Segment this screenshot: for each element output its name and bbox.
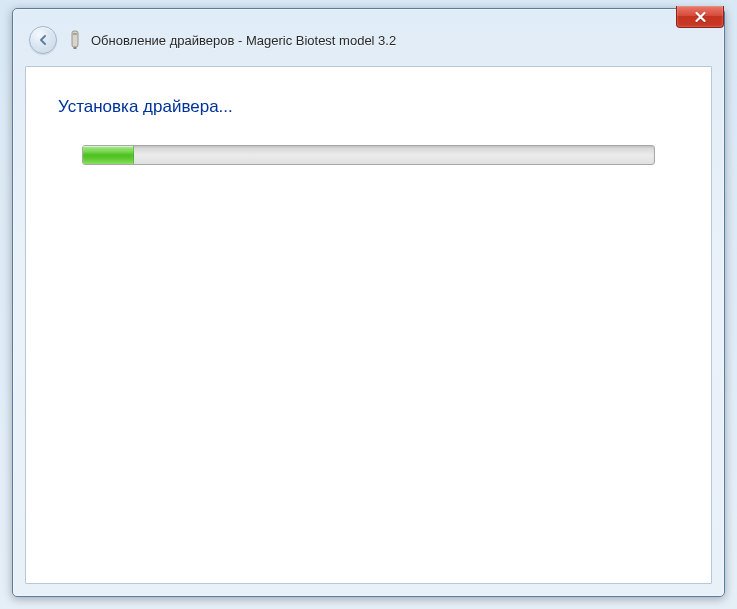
- progress-container: [82, 145, 655, 165]
- window-frame: Обновление драйверов - Mageric Biotest m…: [12, 8, 725, 597]
- back-button[interactable]: [29, 26, 57, 54]
- svg-rect-2: [74, 47, 77, 49]
- window-title: Обновление драйверов - Mageric Biotest m…: [91, 33, 396, 48]
- device-icon: [67, 30, 83, 50]
- progress-bar: [82, 145, 655, 165]
- content-panel: Установка драйвера...: [25, 66, 712, 584]
- svg-rect-1: [73, 33, 77, 35]
- progress-fill: [83, 146, 134, 164]
- back-arrow-icon: [36, 33, 50, 47]
- title-bar: Обновление драйверов - Mageric Biotest m…: [25, 21, 712, 59]
- install-heading: Установка драйвера...: [58, 97, 233, 117]
